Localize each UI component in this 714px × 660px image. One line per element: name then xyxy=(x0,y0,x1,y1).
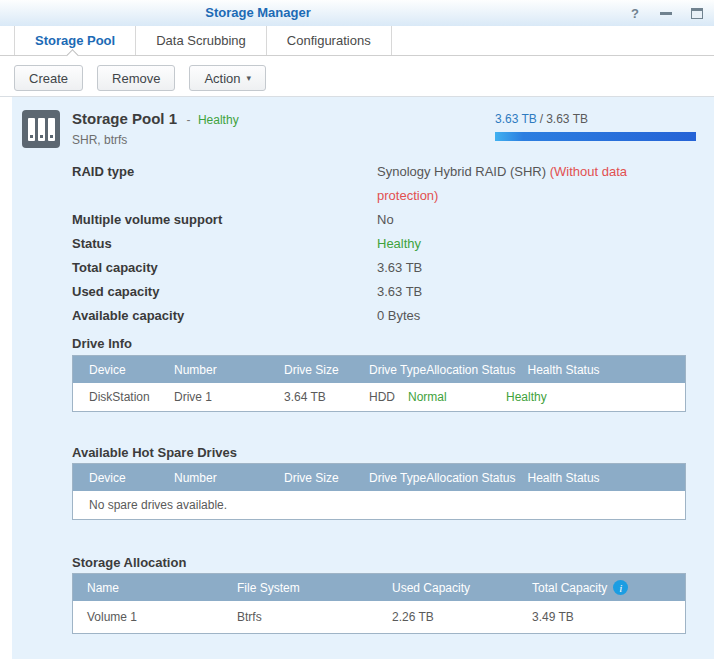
hot-spare-empty-message: No spare drives available. xyxy=(73,491,685,519)
detail-row-available-capacity: Available capacity 0 Bytes xyxy=(72,304,714,328)
tab-configurations[interactable]: Configurations xyxy=(267,26,392,55)
tab-data-scrubbing[interactable]: Data Scrubbing xyxy=(136,26,267,55)
toolbar: Create Remove Action ▾ xyxy=(0,56,714,97)
help-icon[interactable]: ? xyxy=(628,6,642,20)
info-icon[interactable]: i xyxy=(613,580,628,595)
window-title: Storage Manager xyxy=(0,5,516,20)
usage-progress-bar xyxy=(495,132,696,141)
storage-allocation-table: Name File System Used Capacity Total Cap… xyxy=(72,573,686,634)
storage-pool-panel: Storage Pool 1 - Healthy SHR, btrfs 3.63… xyxy=(12,97,714,659)
caret-down-icon: ▾ xyxy=(247,74,252,83)
pool-subtitle: SHR, btrfs xyxy=(72,133,239,147)
usage-progress-fill xyxy=(495,132,696,141)
storage-allocation-title: Storage Allocation xyxy=(72,556,714,570)
detail-row-raid-type: RAID type Synology Hybrid RAID (SHR) (Wi… xyxy=(72,160,714,208)
pool-details: RAID type Synology Hybrid RAID (SHR) (Wi… xyxy=(72,160,714,328)
content-area: Storage Pool 1 - Healthy SHR, btrfs 3.63… xyxy=(0,97,714,659)
action-dropdown-button[interactable]: Action ▾ xyxy=(189,65,266,91)
usage-text: 3.63 TB/3.63 TB xyxy=(495,112,696,126)
drive-info-table: Device Number Drive Size Drive Type Allo… xyxy=(72,355,686,412)
maximize-icon[interactable] xyxy=(690,6,704,20)
pool-status-separator: - xyxy=(186,113,190,127)
detail-row-status: Status Healthy xyxy=(72,232,714,256)
pool-titles: Storage Pool 1 - Healthy SHR, btrfs xyxy=(72,110,239,147)
usage-total: 3.63 TB xyxy=(546,112,588,126)
volume-row[interactable]: Volume 1 Btrfs 2.26 TB 3.49 TB xyxy=(73,601,685,633)
drive-info-header: Device Number Drive Size Drive Type Allo… xyxy=(73,356,685,383)
tab-storage-pool[interactable]: Storage Pool xyxy=(14,26,136,55)
pool-name: Storage Pool 1 xyxy=(72,110,177,127)
detail-row-total-capacity: Total capacity 3.63 TB xyxy=(72,256,714,280)
allocation-status-value: Normal xyxy=(408,390,496,404)
remove-button[interactable]: Remove xyxy=(97,65,175,91)
status-value: Healthy xyxy=(377,232,692,256)
create-button[interactable]: Create xyxy=(14,65,83,91)
pool-status-badge: Healthy xyxy=(198,113,239,127)
drive-info-row[interactable]: DiskStation Drive 1 3.64 TB HDD Normal H… xyxy=(73,383,685,411)
drive-info-title: Drive Info xyxy=(72,337,714,351)
titlebar: Storage Manager ? xyxy=(0,0,714,26)
minimize-icon[interactable] xyxy=(659,6,673,20)
window-controls: ? xyxy=(628,0,704,26)
hot-spare-title: Available Hot Spare Drives xyxy=(72,446,714,460)
hot-spare-header: Device Number Drive Size Drive Type Allo… xyxy=(73,464,685,491)
storage-allocation-header: Name File System Used Capacity Total Cap… xyxy=(73,574,685,601)
detail-row-multiple-volume: Multiple volume support No xyxy=(72,208,714,232)
usage-used: 3.63 TB xyxy=(495,112,537,126)
storage-pool-icon xyxy=(22,110,60,148)
pool-header: Storage Pool 1 - Healthy SHR, btrfs 3.63… xyxy=(22,110,714,160)
storage-manager-window: Storage Manager ? Storage Pool Data Scru… xyxy=(0,0,714,660)
pool-usage: 3.63 TB/3.63 TB xyxy=(495,110,696,141)
detail-row-used-capacity: Used capacity 3.63 TB xyxy=(72,280,714,304)
raid-type-value: Synology Hybrid RAID (SHR) (Without data… xyxy=(377,160,692,208)
health-status-value: Healthy xyxy=(496,390,685,404)
tab-bar: Storage Pool Data Scrubbing Configuratio… xyxy=(0,26,714,56)
hot-spare-table: Device Number Drive Size Drive Type Allo… xyxy=(72,463,686,520)
